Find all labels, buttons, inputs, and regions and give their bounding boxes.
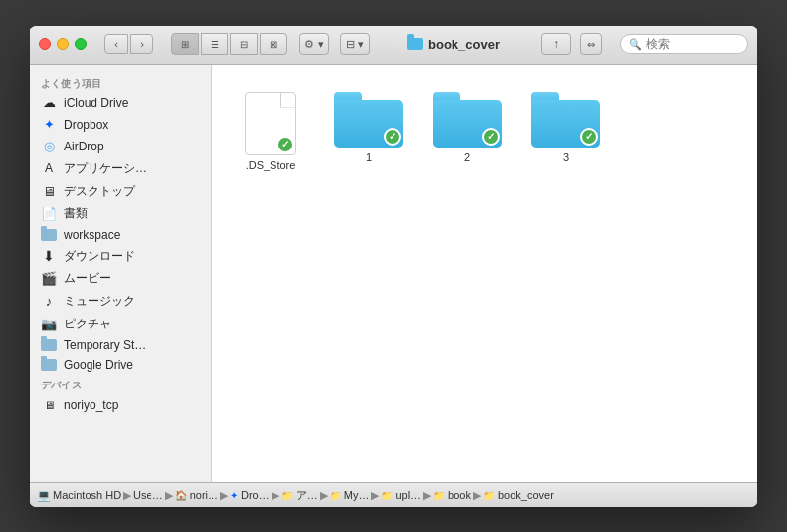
nav-buttons: ‹ ›: [104, 34, 153, 54]
search-box[interactable]: 🔍: [620, 34, 748, 54]
column-view-button[interactable]: ⊟: [230, 33, 258, 55]
desktop-icon: 🖥: [41, 183, 57, 199]
content-area: ✓ .DS_Store ✓ 1: [212, 65, 757, 482]
sidebar-item-dropbox[interactable]: ✦ Dropbox: [30, 114, 211, 136]
title-text: book_cover: [428, 37, 500, 52]
file-name-folder-1: 1: [366, 151, 372, 163]
sidebar-item-noriyo[interactable]: 🖥 noriyo_tcp: [30, 394, 211, 416]
airdrop-icon: ◎: [41, 139, 57, 154]
close-button[interactable]: [39, 38, 51, 50]
breadcrumb-my[interactable]: 📁 My…: [330, 489, 370, 501]
sidebar-label-pictures: ピクチャ: [64, 316, 111, 332]
sidebar-label-icloud: iCloud Drive: [64, 96, 128, 110]
sidebar-item-applications[interactable]: A アプリケーシ…: [30, 157, 211, 180]
sidebar-label-desktop: デスクトップ: [64, 183, 135, 200]
downloads-icon: ⬇: [41, 248, 57, 264]
sidebar-label-googledrive: Google Drive: [64, 358, 133, 372]
forward-button[interactable]: ›: [130, 34, 153, 54]
breadcrumb-sep-6: ▶: [423, 489, 431, 502]
sidebar-item-downloads[interactable]: ⬇ ダウンロード: [30, 245, 211, 267]
breadcrumb-dropbox[interactable]: ✦ Dro…: [230, 489, 270, 501]
sidebar-item-desktop[interactable]: 🖥 デスクトップ: [30, 180, 211, 203]
breadcrumb-bar: 💻 Macintosh HD ▶ Use… ▶ 🏠 nori… ▶ ✦ Dro……: [30, 482, 757, 507]
pictures-icon: 📷: [41, 316, 57, 331]
movies-icon: 🎬: [41, 270, 57, 286]
sidebar-label-applications: アプリケーシ…: [64, 160, 147, 177]
dropbox-icon: ✦: [41, 117, 57, 133]
breadcrumb-book[interactable]: 📁 book: [433, 489, 471, 501]
check-badge-ds-store: ✓: [276, 136, 294, 153]
computer-icon: 🖥: [41, 397, 57, 413]
main-area: よく使う項目 ☁ iCloud Drive ✦ Dropbox ◎ AirDro…: [30, 65, 757, 482]
sidebar-item-workspace[interactable]: workspace: [30, 225, 211, 245]
sidebar-label-dropbox: Dropbox: [64, 118, 108, 132]
breadcrumb-sep-0: ▶: [123, 489, 131, 502]
zoom-button[interactable]: ⊟ ▾: [340, 33, 370, 55]
cover-flow-button[interactable]: ⊠: [260, 33, 287, 55]
check-badge-folder-2: ✓: [482, 128, 500, 146]
breadcrumb-macintosh-hd[interactable]: Macintosh HD: [53, 489, 121, 501]
sidebar-item-pictures[interactable]: 📷 ピクチャ: [30, 313, 211, 335]
arrange-button[interactable]: ⇔: [580, 33, 602, 55]
sidebar-label-movies: ムービー: [64, 270, 111, 287]
maximize-button[interactable]: [75, 38, 87, 50]
titlebar: ‹ › ⊞ ☰ ⊟ ⊠ ⚙ ▾ ⊟ ▾ book_cover ↑ ⇔ 🔍: [30, 26, 757, 65]
breadcrumb-users[interactable]: Use…: [133, 489, 163, 501]
breadcrumb-sep-5: ▶: [371, 489, 379, 502]
file-name-folder-2: 2: [464, 151, 470, 163]
minimize-button[interactable]: [57, 38, 69, 50]
icon-view-button[interactable]: ⊞: [171, 33, 199, 55]
sidebar-label-airdrop: AirDrop: [64, 140, 104, 153]
documents-icon: 📄: [41, 206, 57, 221]
temporary-folder-icon: [41, 339, 57, 351]
icloud-icon: ☁: [41, 95, 57, 111]
favorites-section-title: よく使う項目: [30, 73, 211, 92]
sidebar-item-movies[interactable]: 🎬 ムービー: [30, 267, 211, 290]
devices-section-title: デバイス: [30, 375, 211, 394]
sidebar-item-music[interactable]: ♪ ミュージック: [30, 290, 211, 313]
sidebar-item-icloud-drive[interactable]: ☁ iCloud Drive: [30, 92, 211, 114]
breadcrumb-sep-3: ▶: [272, 489, 279, 502]
breadcrumb-nori[interactable]: 🏠 nori…: [175, 489, 218, 501]
sidebar: よく使う項目 ☁ iCloud Drive ✦ Dropbox ◎ AirDro…: [30, 65, 212, 482]
breadcrumb-sep-7: ▶: [473, 489, 481, 502]
back-button[interactable]: ‹: [104, 34, 128, 54]
traffic-lights: [39, 38, 87, 50]
check-badge-folder-1: ✓: [384, 128, 401, 146]
share-button[interactable]: ↑: [541, 33, 571, 55]
file-item-folder-3[interactable]: ✓ 3: [526, 85, 605, 179]
breadcrumb-upload[interactable]: 📁 upl…: [381, 489, 421, 501]
action-button[interactable]: ⚙ ▾: [299, 33, 329, 55]
file-name-folder-3: 3: [563, 151, 569, 163]
title-folder-icon: [407, 38, 423, 50]
check-badge-folder-3: ✓: [580, 128, 598, 146]
file-item-folder-1[interactable]: ✓ 1: [330, 85, 408, 179]
sidebar-label-documents: 書類: [64, 206, 88, 222]
bc-icon-hd: 💻: [37, 489, 51, 502]
file-item-folder-2[interactable]: ✓ 2: [428, 85, 507, 179]
file-item-ds-store[interactable]: ✓ .DS_Store: [231, 85, 310, 179]
googledrive-folder-icon: [41, 359, 57, 371]
finder-window: ‹ › ⊞ ☰ ⊟ ⊠ ⚙ ▾ ⊟ ▾ book_cover ↑ ⇔ 🔍 よく使…: [30, 26, 757, 507]
sidebar-label-workspace: workspace: [64, 228, 120, 242]
sidebar-label-noriyo: noriyo_tcp: [64, 398, 118, 412]
workspace-folder-icon: [41, 229, 57, 241]
sidebar-label-music: ミュージック: [64, 293, 135, 310]
breadcrumb-sep-1: ▶: [165, 489, 173, 502]
sidebar-label-downloads: ダウンロード: [64, 248, 135, 265]
applications-icon: A: [41, 160, 57, 176]
breadcrumb-sep-4: ▶: [320, 489, 328, 502]
list-view-button[interactable]: ☰: [201, 33, 228, 55]
sidebar-item-googledrive[interactable]: Google Drive: [30, 355, 211, 375]
breadcrumb-sep-2: ▶: [220, 489, 228, 502]
search-input[interactable]: [646, 37, 739, 51]
sidebar-item-temporary[interactable]: Temporary St…: [30, 335, 211, 355]
breadcrumb-book-cover[interactable]: 📁 book_cover: [483, 489, 554, 501]
music-icon: ♪: [41, 293, 57, 309]
sidebar-item-documents[interactable]: 📄 書類: [30, 203, 211, 225]
breadcrumb-app[interactable]: 📁 ア…: [281, 488, 318, 502]
file-name-ds-store: .DS_Store: [246, 159, 296, 171]
window-title: book_cover: [378, 37, 529, 52]
view-buttons: ⊞ ☰ ⊟ ⊠: [171, 33, 287, 55]
sidebar-item-airdrop[interactable]: ◎ AirDrop: [30, 136, 211, 157]
